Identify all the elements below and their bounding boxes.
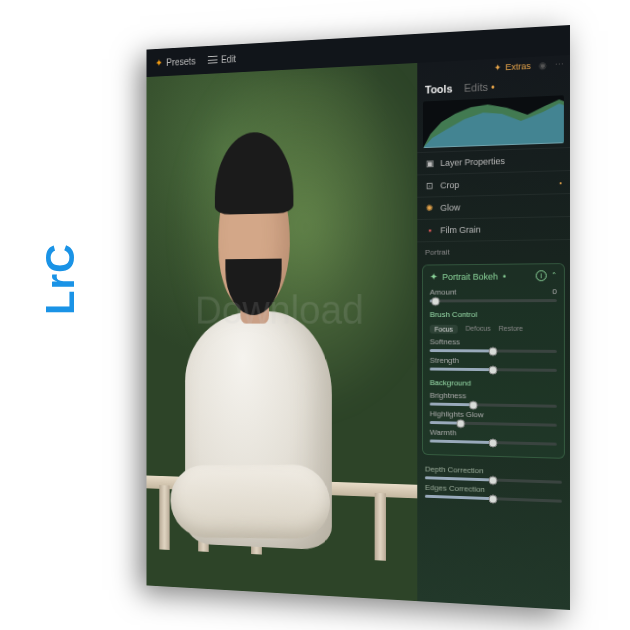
edit-label: Edit [221,53,236,64]
brightness-label: Brightness [430,391,467,400]
portrait-label: Portrait [425,248,450,257]
film-grain-row[interactable]: ▪ Film Grain [417,216,570,241]
depth-correction-slider[interactable]: Depth Correction [425,465,562,484]
layer-properties-label: Layer Properties [440,156,505,168]
dot-indicator: • [503,271,506,281]
crop-icon: ⊡ [425,181,435,191]
sparkle-icon: ✦ [430,271,438,282]
more-icon[interactable]: ⋯ [555,59,564,69]
warmth-label: Warmth [430,428,457,437]
tab-tools-label: Tools [425,83,452,96]
edge-correction-label: Edges Correction [425,483,485,494]
list-icon [208,56,218,64]
highlights-glow-slider[interactable]: Highlights Glow [430,409,557,426]
brush-mode-tabs: Focus Defocus Restore [430,325,557,334]
layers-icon: ▣ [425,158,435,168]
product-label: LrC [38,243,83,315]
background-label: Background [430,378,557,389]
amount-slider[interactable]: Amount 0 [430,287,557,302]
brightness-slider[interactable]: Brightness [430,391,557,408]
warmth-slider[interactable]: Warmth [430,428,557,446]
info-icon[interactable]: i [536,270,547,281]
tab-edits[interactable]: Edits • [464,81,495,94]
softness-label: Softness [430,337,460,346]
correction-sliders: Depth Correction Edges Correction [417,459,570,513]
highlights-glow-label: Highlights Glow [430,409,484,419]
dot-indicator: • [491,81,495,93]
tab-tools[interactable]: Tools [425,83,452,96]
side-panel: ✦ Extras ◉ ⋯ Tools Edits • [417,55,570,610]
mode-restore[interactable]: Restore [499,325,523,334]
glow-row[interactable]: ✺ Glow [417,193,570,219]
eye-icon[interactable]: ◉ [539,60,547,70]
amount-label: Amount [430,288,457,297]
portrait-bokeh-header[interactable]: ✦ Portrait Bokeh • i ˄ [430,270,557,282]
edit-button[interactable]: Edit [208,53,236,65]
brush-control-label: Brush Control [430,310,557,319]
glow-label: Glow [440,203,460,213]
mode-defocus[interactable]: Defocus [466,325,491,334]
photo-canvas[interactable]: Download [146,63,417,601]
presets-button[interactable]: ✦ Presets [155,55,195,69]
crop-label: Crop [440,180,459,190]
sparkle-icon: ✦ [155,56,163,68]
extras-button[interactable]: ✦ Extras [494,61,530,73]
subject-illustration [167,137,355,551]
glow-icon: ✺ [425,203,435,213]
amount-value: 0 [552,287,556,296]
film-grain-label: Film Grain [440,225,480,235]
app-screenshot: ✦ Presets Edit [115,25,570,610]
chevron-up-icon[interactable]: ˄ [552,271,557,281]
extras-label: Extras [505,61,530,72]
edge-correction-slider[interactable]: Edges Correction [425,483,562,503]
sparkle-icon: ✦ [494,62,502,72]
depth-correction-label: Depth Correction [425,465,484,476]
strength-slider[interactable]: Strength [430,356,557,372]
mode-focus[interactable]: Focus [430,325,458,334]
histogram[interactable] [423,95,564,148]
portrait-section-label: Portrait [417,239,570,263]
portrait-bokeh-label: Portrait Bokeh [442,271,498,281]
strength-label: Strength [430,356,459,365]
presets-label: Presets [166,56,195,68]
grain-icon: ▪ [425,226,435,236]
dot-indicator: • [559,179,561,186]
portrait-bokeh-panel: ✦ Portrait Bokeh • i ˄ Amount 0 [422,263,565,459]
softness-slider[interactable]: Softness [430,337,557,352]
tab-edits-label: Edits [464,81,488,94]
